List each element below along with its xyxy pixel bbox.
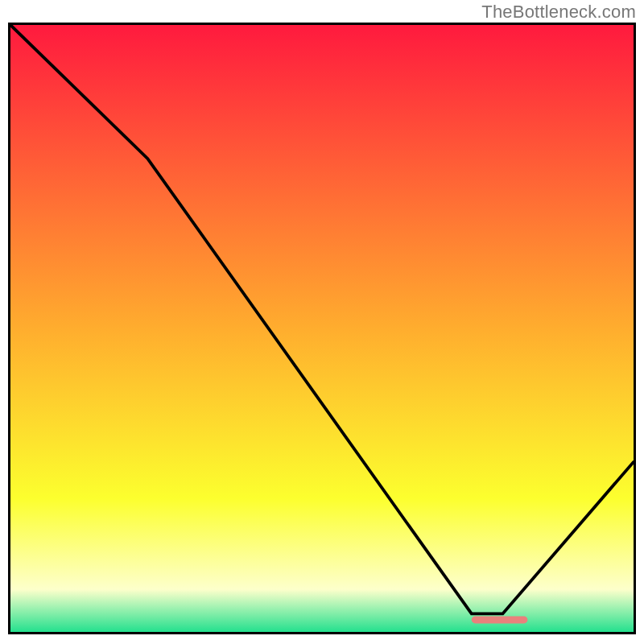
bottleneck-curve-path	[10, 25, 634, 613]
chart-svg	[10, 25, 634, 632]
figure-container: TheBottleneck.com	[0, 0, 644, 644]
plot-area	[8, 23, 636, 634]
watermark-text: TheBottleneck.com	[481, 2, 636, 23]
min-marker	[472, 616, 528, 623]
